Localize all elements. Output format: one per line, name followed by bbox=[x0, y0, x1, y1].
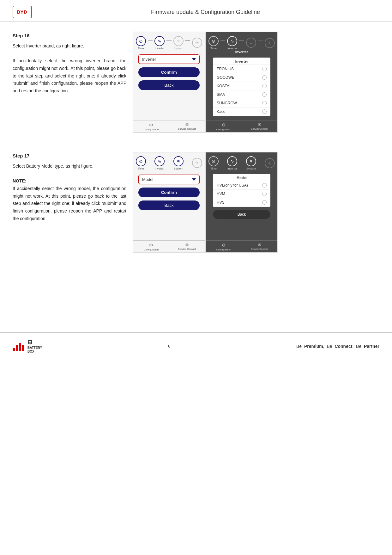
right-nav-inverter-icon: ∿ bbox=[227, 36, 237, 46]
page-wrapper: BYD Firmware update & Configuration Guid… bbox=[0, 0, 392, 555]
step16-service-label: Service Contact bbox=[178, 127, 196, 130]
nav-connector-1 bbox=[148, 40, 153, 41]
gear-icon: ⚙ bbox=[149, 122, 153, 127]
s17r-mail-icon: ✉ bbox=[258, 243, 261, 247]
right-config-label: Configuration bbox=[216, 128, 232, 131]
step17-right-service-tab[interactable]: ✉ ServiceContact bbox=[242, 243, 277, 251]
step16-panel-title: Inverter bbox=[213, 58, 270, 65]
step16-left-body: Inverter Confirm Back bbox=[133, 51, 205, 120]
step16-option-sungrow[interactable]: SUNGROW bbox=[213, 99, 270, 108]
nav-step-final: ✈ bbox=[192, 38, 202, 48]
step16-option-kaco[interactable]: Kaco bbox=[213, 108, 270, 116]
step17-option-hvm[interactable]: HVM bbox=[213, 190, 270, 198]
right-inverter-active-label: Inverter bbox=[206, 50, 277, 54]
s17r-config-label: Configuration bbox=[216, 248, 232, 251]
step16-config-tab[interactable]: ⚙ Configuration bbox=[133, 122, 169, 131]
footer-bars bbox=[13, 342, 24, 351]
s17r-connector-1 bbox=[220, 161, 225, 161]
s17r-connector-3 bbox=[258, 161, 263, 161]
footer-page-number: 6 bbox=[42, 344, 296, 348]
step17-text1: Select Battery Model type, as right figu… bbox=[13, 163, 126, 170]
step16-text1: Select Inverter brand, as right figure. bbox=[13, 42, 126, 50]
step17-dropdown[interactable]: Model bbox=[138, 175, 200, 184]
step16-screen-right: ⊙ Time ∿ Inverter ≡ bbox=[205, 32, 278, 133]
right-nav-connector-3 bbox=[258, 40, 263, 41]
s17r-nav-final: ✈ bbox=[265, 158, 275, 168]
nav-step-final-icon: ✈ bbox=[192, 38, 202, 48]
step16-config-label: Configuration bbox=[144, 128, 159, 131]
s17-nav-time-icon: ⊙ bbox=[136, 156, 146, 166]
right-nav-step-final: ✈ bbox=[265, 38, 275, 48]
step17-back-button[interactable]: Back bbox=[138, 200, 200, 210]
step16-dropdown-arrow bbox=[192, 58, 196, 61]
right-nav-connector-1 bbox=[220, 40, 225, 41]
step17-option-hvl[interactable]: HVL(only for USA) bbox=[213, 181, 270, 190]
s17-connector-1 bbox=[148, 161, 153, 161]
step16-option-goodwe[interactable]: GOODWE bbox=[213, 73, 270, 82]
nav-step-system-icon: ≡ bbox=[173, 36, 184, 46]
step16-dropdown[interactable]: Inverter bbox=[138, 54, 200, 64]
step17-left-nav: ⊙ Time ∿ Inverter ≡ System bbox=[133, 152, 205, 171]
step16-right-service-tab[interactable]: ✉ ServiceContact bbox=[242, 122, 277, 131]
step16-option-kostal[interactable]: KOSTAL bbox=[213, 82, 270, 90]
right-mail-icon: ✉ bbox=[258, 122, 261, 127]
mail-icon: ✉ bbox=[185, 122, 189, 127]
nav-step-system: ≡ System bbox=[173, 36, 184, 50]
step17-model-panel: Model HVL(only for USA) HVM HVS bbox=[213, 174, 270, 207]
s17-connector-3 bbox=[185, 161, 190, 161]
footer-logo-area: ⊟ BATTERY BOX bbox=[13, 339, 42, 354]
s17-config-label: Configuration bbox=[144, 248, 159, 251]
step17-left-body: Model Confirm Back bbox=[133, 171, 205, 240]
step16-left-bottom: ⚙ Configuration ✉ Service Contact bbox=[133, 120, 205, 132]
bar1 bbox=[13, 348, 15, 351]
step17-right-config-tab[interactable]: ⚙ Configuration bbox=[206, 243, 242, 251]
nav-step-system-label: System bbox=[174, 47, 183, 50]
step16-service-tab[interactable]: ✉ Service Contact bbox=[169, 122, 205, 131]
step17-service-tab[interactable]: ✉ Service Contact bbox=[169, 243, 205, 251]
s17r-nav-inverter-label: Inverter bbox=[227, 167, 237, 170]
step16-right-config-tab[interactable]: ⚙ Configuration bbox=[206, 122, 242, 131]
battery-box-line1: BATTERY bbox=[27, 346, 42, 350]
right-nav-time-icon: ⊙ bbox=[208, 36, 219, 46]
step17-right-back-button[interactable]: Back bbox=[213, 210, 270, 219]
step16-text: Step 16 Select Inverter brand, as right … bbox=[13, 32, 126, 133]
header-title: Firmware update & Configuration Guidelin… bbox=[32, 9, 379, 15]
s17-mail-icon: ✉ bbox=[185, 243, 189, 247]
page-footer: ⊟ BATTERY BOX 6 Be Premium, Be Connect, … bbox=[0, 332, 392, 360]
sungrow-radio bbox=[262, 101, 267, 105]
logo-area: BYD bbox=[13, 6, 32, 18]
right-nav-connector-2 bbox=[239, 40, 244, 41]
s17r-connector-2 bbox=[239, 161, 244, 161]
s17r-nav-time-label: Time bbox=[210, 167, 217, 170]
bar3 bbox=[19, 343, 21, 351]
right-nav-time-label: Time bbox=[210, 47, 217, 50]
step16-back-button[interactable]: Back bbox=[138, 80, 200, 90]
step17-note: NOTE: bbox=[13, 177, 126, 185]
sma-radio bbox=[262, 92, 267, 97]
nav-step-inverter: ∿ Inverter bbox=[154, 36, 165, 50]
s17-nav-final-icon: ✈ bbox=[192, 158, 202, 168]
step16-right-bottom: ⚙ Configuration ✉ ServiceContact bbox=[206, 120, 277, 132]
page-content: Step 16 Select Inverter brand, as right … bbox=[0, 22, 392, 281]
s17r-service-label: ServiceContact bbox=[251, 248, 268, 250]
right-nav-step-system: ≡ bbox=[246, 38, 256, 48]
s17-nav-inverter-label: Inverter bbox=[155, 167, 165, 170]
step17-option-hvs[interactable]: HVS bbox=[213, 198, 270, 207]
s17-nav-inverter: ∿ Inverter bbox=[154, 156, 165, 170]
step16-option-fronius[interactable]: FRONIUS bbox=[213, 65, 270, 73]
step17-screen-right: ⊙ Time ∿ Inverter ≡ System bbox=[205, 152, 278, 253]
nav-step-time: ⊙ Time bbox=[136, 36, 146, 50]
goodwe-radio bbox=[262, 75, 267, 80]
step17-confirm-button[interactable]: Confirm bbox=[138, 188, 200, 197]
right-nav-system-icon: ≡ bbox=[246, 38, 256, 48]
step17-right-nav: ⊙ Time ∿ Inverter ≡ System bbox=[206, 152, 277, 171]
step16-text2: If accidentally select the wrong inverte… bbox=[13, 57, 126, 95]
kostal-radio bbox=[262, 84, 267, 88]
step17-config-tab[interactable]: ⚙ Configuration bbox=[133, 243, 169, 251]
step17-text2: If accidentally select the wrong model, … bbox=[13, 185, 126, 223]
s17-connector-2 bbox=[166, 161, 171, 161]
step17-left-bottom: ⚙ Configuration ✉ Service Contact bbox=[133, 240, 205, 252]
step16-option-sma[interactable]: SMA bbox=[213, 90, 270, 99]
step16-confirm-button[interactable]: Confirm bbox=[138, 67, 200, 77]
header: BYD Firmware update & Configuration Guid… bbox=[0, 0, 392, 22]
